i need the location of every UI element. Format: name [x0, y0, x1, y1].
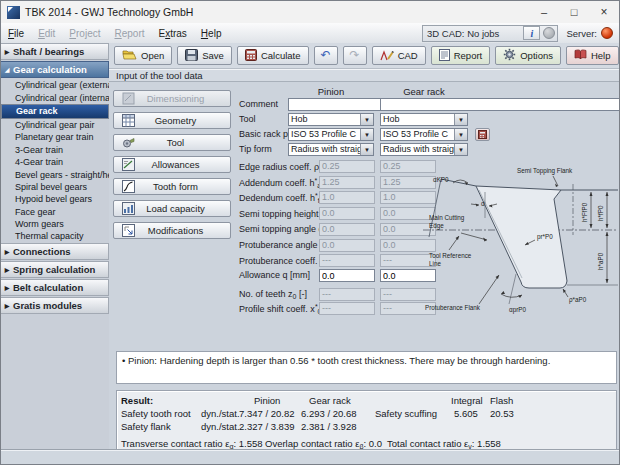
toolbar: OpenSaveCalculate↶↷CADReportOptionsHelp [109, 43, 619, 69]
menu-bar: FileEditProjectReportExtrasHelp 3D CAD: … [1, 23, 619, 44]
gear-rack-comment-input[interactable] [380, 98, 620, 111]
field-label: Tip form [239, 144, 272, 154]
sidebar-item-cylindrical-gear-internal[interactable]: Cylindrical gear (internal) [1, 91, 109, 103]
app-window: TBK 2014 - GWJ Technology GmbH –□× FileE… [0, 0, 620, 465]
options-button[interactable]: Options [495, 46, 561, 65]
label-rho-ap0: ρ*aP0 [569, 296, 587, 304]
label-tool-reference-line-1: Tool Reference [429, 252, 472, 259]
toolbar-button-label: CAD [398, 50, 418, 61]
sidebar-item-3-gear-train[interactable]: 3-Gear train [1, 144, 109, 156]
cad-status-box: 3D CAD: No jobs i [422, 25, 558, 42]
menu-item-edit: Edit [31, 28, 62, 39]
sidebar-item-face-gear[interactable]: Face gear [1, 206, 109, 218]
expanded-triangle-icon: ◢ [1, 66, 13, 73]
sidebar-section-shaft-bearings[interactable]: ▶Shaft / bearings [1, 43, 109, 60]
options-gear-icon [503, 48, 516, 63]
results-col-integral: Integral [451, 395, 483, 406]
pinion-allowance-q-input[interactable] [319, 269, 375, 282]
pinion-dedendum-coeff-h-field: 1.0 [319, 191, 375, 204]
sidebar-item-bevel-gears-straight-helical[interactable]: Bevel gears - straight/helical [1, 168, 109, 180]
sidebar-item-worm-gears[interactable]: Worm gears [1, 218, 109, 230]
label-tool-reference-line-2: Line [429, 260, 441, 267]
window-title: TBK 2014 - GWJ Technology GmbH [25, 6, 529, 18]
save-floppy-icon [185, 49, 198, 63]
field-label: No. of teeth z0 [-] [239, 289, 307, 300]
label-alpha-kp0: αKP0 [433, 176, 449, 183]
select-value: Radius with straight... [289, 144, 360, 155]
results-panel: Result: Pinion Gear rack Integral Flash … [116, 390, 617, 451]
field-label: Allowance q [mm] [239, 270, 310, 280]
results-col-pinion: Pinion [254, 395, 280, 406]
result-row-tooth-root: Safety tooth root dyn./stat. 7.347 / 20.… [117, 408, 616, 421]
help-button[interactable]: Help [566, 46, 619, 65]
minimize-icon[interactable]: – [529, 1, 559, 23]
sidebar-section-spring-calculation[interactable]: ▶Spring calculation [1, 261, 109, 278]
undo-button[interactable]: ↶ [314, 46, 338, 65]
toolbar-button-label: Open [141, 50, 164, 61]
help-book-icon [574, 49, 587, 62]
column-header-gear-rack: Gear rack [380, 86, 468, 97]
sidebar-section-label: Shaft / bearings [13, 46, 84, 57]
gear-rack-basic-rack-profile-select[interactable]: ISO 53 Profile C▼ [380, 128, 468, 141]
sidebar-section-connections[interactable]: ▶Connections [1, 243, 109, 260]
server-label: Server: [566, 28, 597, 39]
sidebar-item-cylindrical-gear-pair[interactable]: Cylindrical gear pair [1, 119, 109, 131]
close-icon[interactable]: × [589, 1, 619, 23]
calculate-button[interactable]: Calculate [237, 46, 309, 65]
sidebar-section-gear-calculation[interactable]: ◢Gear calculation [1, 61, 109, 78]
maximize-icon[interactable]: □ [559, 1, 589, 23]
dim-h-ap0: h*aP0 [597, 252, 604, 270]
title-bar: TBK 2014 - GWJ Technology GmbH –□× [1, 1, 619, 24]
sidebar-section-label: Spring calculation [13, 264, 95, 275]
open-button[interactable]: Open [114, 46, 172, 65]
sidebar-item-cylindrical-gear-external[interactable]: Cylindrical gear (external) [1, 79, 109, 91]
form-row-comment: Comment [109, 98, 619, 111]
sidebar-item-spiral-bevel-gears[interactable]: Spiral bevel gears [1, 181, 109, 193]
menu-item-file[interactable]: File [1, 28, 31, 39]
pinion-tip-form-select[interactable]: Radius with straight...▼ [288, 143, 374, 156]
basic-rack-profile-edit-button[interactable] [475, 128, 490, 141]
cad-status-dot [543, 27, 555, 39]
field-label: Tool [239, 114, 256, 124]
sidebar-item-hypoid-bevel-gears[interactable]: Hypoid bevel gears [1, 193, 109, 205]
sidebar-item-4-gear-train[interactable]: 4-Gear train [1, 156, 109, 168]
tool-data-panel: DimensioningGeometryToolAllowancesTooth … [109, 81, 619, 451]
redo-button: ↷ [343, 46, 367, 65]
overlap-contact-ratio: Overlap contact ratio εβ: 0.0 [265, 438, 382, 450]
pinion-semi-topping-angle-field: 0.0 [319, 223, 375, 236]
dim-h-fp0: h*fP0 [597, 205, 604, 221]
report-button[interactable]: Report [431, 46, 491, 65]
sidebar-section-gratis-modules[interactable]: ▶Gratis modules [1, 297, 109, 314]
total-contact-ratio: Total contact ratio εγ: 1.558 [387, 438, 501, 450]
pinion-no-of-teeth-z-field: --- [319, 288, 375, 301]
column-header-pinion: Pinion [288, 86, 374, 97]
cad-button[interactable]: CAD [372, 46, 426, 65]
pinion-tool-select[interactable]: Hob▼ [288, 113, 374, 126]
open-folder-icon [122, 49, 137, 63]
chevron-down-icon: ▼ [454, 129, 467, 140]
pinion-profile-shift-coeff-x-field: --- [319, 302, 375, 315]
save-button[interactable]: Save [177, 46, 232, 65]
results-title: Result: [121, 395, 153, 406]
info-icon[interactable]: i [523, 26, 540, 40]
chevron-down-icon: ▼ [360, 114, 373, 125]
pinion-basic-rack-profile-select[interactable]: ISO 53 Profile C▼ [288, 128, 374, 141]
menu-item-help[interactable]: Help [194, 28, 229, 39]
collapsed-triangle-icon: ▶ [1, 284, 13, 291]
sidebar-section-label: Gear calculation [13, 64, 87, 75]
label-main-cutting-edge-2: Edge [429, 222, 444, 230]
collapsed-triangle-icon: ▶ [1, 302, 13, 309]
sidebar-item-gear-rack[interactable]: Gear rack [1, 104, 109, 119]
sidebar-section-belt-calculation[interactable]: ▶Belt calculation [1, 279, 109, 296]
sidebar-item-planetary-gear-train[interactable]: Planetary gear train [1, 131, 109, 143]
sidebar-item-thermal-capacity[interactable]: Thermal capacity [1, 230, 109, 242]
gear-rack-tool-select[interactable]: Hob▼ [380, 113, 468, 126]
redo-icon: ↷ [350, 50, 360, 61]
sidebar-section-label: Belt calculation [13, 282, 83, 293]
server-status-dot [601, 27, 613, 39]
warning-message-box: • Pinion: Hardening depth is larger than… [116, 351, 617, 384]
dim-h-ffp0: h*FfP0 [581, 202, 588, 222]
toolbar-button-label: Save [202, 50, 224, 61]
tool-profile-diagram: h*FfP0 h*fP0 h*aP0 Semi Topping Flank αK… [421, 142, 619, 332]
menu-item-extras[interactable]: Extras [152, 28, 194, 39]
